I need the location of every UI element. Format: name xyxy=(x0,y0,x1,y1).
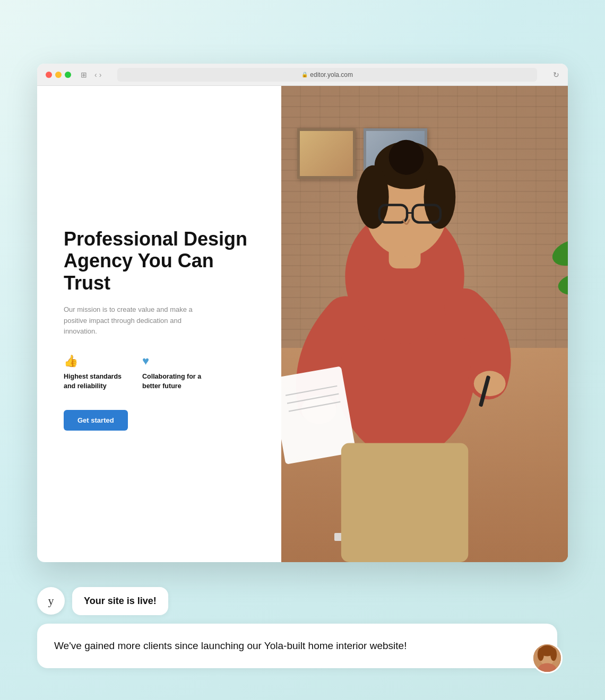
website-content: Professional Design Agency You Can Trust… xyxy=(37,86,568,562)
notification-bubble: y Your site is live! xyxy=(37,587,168,615)
svg-point-6 xyxy=(389,140,424,175)
testimonial-bubble: We've gained more clients since launchin… xyxy=(37,624,557,669)
testimonial-avatar xyxy=(532,643,563,673)
svg-point-7 xyxy=(357,165,389,229)
feature-text-1: Highest standards and reliability xyxy=(64,372,127,391)
yola-letter: y xyxy=(48,594,54,608)
chat-area: y Your site is live! We've gained more c… xyxy=(37,587,568,669)
avatar-image xyxy=(533,643,561,673)
notification-text: Your site is live! xyxy=(72,587,168,615)
left-panel: Professional Design Agency You Can Trust… xyxy=(37,86,281,562)
url-text: editor.yola.com xyxy=(310,71,353,78)
traffic-lights xyxy=(46,72,71,78)
svg-rect-19 xyxy=(341,443,468,563)
testimonial-text: We've gained more clients since launchin… xyxy=(54,640,407,651)
thumbs-up-icon: 👍 xyxy=(64,354,127,368)
feature-item-1: 👍 Highest standards and reliability xyxy=(64,354,127,391)
svg-point-17 xyxy=(474,371,506,396)
woman-figure xyxy=(281,86,568,562)
nav-buttons: ‹ › xyxy=(94,71,101,79)
back-button[interactable]: ‹ xyxy=(94,71,97,79)
close-button[interactable] xyxy=(46,72,52,78)
svg-point-29 xyxy=(550,648,557,661)
maximize-button[interactable] xyxy=(65,72,71,78)
forward-button[interactable]: › xyxy=(99,71,102,79)
sidebar-toggle-icon[interactable]: ⊞ xyxy=(81,71,87,79)
hero-subtitle: Our mission is to create value and make … xyxy=(64,304,202,337)
lock-icon: 🔒 xyxy=(301,72,308,77)
feature-text-2: Collaborating for a better future xyxy=(142,372,206,391)
right-panel xyxy=(281,86,568,562)
yola-logo-avatar: y xyxy=(37,587,65,615)
get-started-button[interactable]: Get started xyxy=(64,410,128,431)
address-bar[interactable]: 🔒 editor.yola.com xyxy=(117,68,537,82)
features-row: 👍 Highest standards and reliability ♥ Co… xyxy=(64,354,260,391)
browser-chrome: ⊞ ‹ › 🔒 editor.yola.com ↻ xyxy=(37,64,568,86)
svg-point-28 xyxy=(538,648,544,661)
reload-button[interactable]: ↻ xyxy=(553,71,559,79)
browser-window: ⊞ ‹ › 🔒 editor.yola.com ↻ Professional D… xyxy=(37,64,568,562)
minimize-button[interactable] xyxy=(55,72,62,78)
hero-title: Professional Design Agency You Can Trust xyxy=(64,228,260,294)
feature-item-2: ♥ Collaborating for a better future xyxy=(142,354,206,391)
heart-icon: ♥ xyxy=(142,354,206,368)
hero-image xyxy=(281,86,568,562)
